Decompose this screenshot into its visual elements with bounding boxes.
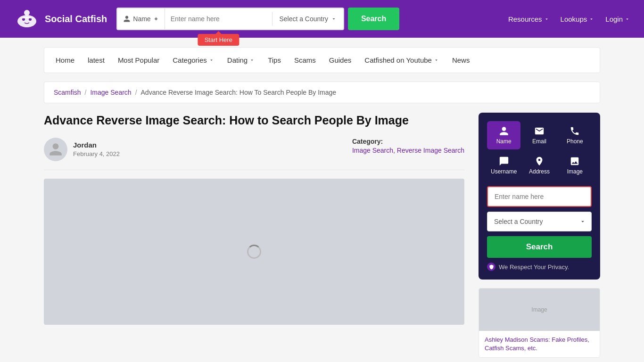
person-tab-icon xyxy=(499,126,509,136)
header-search-bar: Name Select a Country xyxy=(116,8,344,30)
author-avatar xyxy=(44,138,67,161)
sidebar-name-input[interactable] xyxy=(487,186,592,207)
sidebar-tab-email[interactable]: Email xyxy=(522,121,556,149)
search-type-selector[interactable]: Name xyxy=(117,8,165,29)
sidebar-tab-image[interactable]: Image xyxy=(558,151,592,180)
country-placeholder: Select a Country xyxy=(279,15,328,23)
nav-latest[interactable]: latest xyxy=(81,48,111,73)
nav-dating[interactable]: Dating xyxy=(221,48,261,73)
related-article-title: Ashley Madison Scams: Fake Profiles, Cat… xyxy=(479,331,600,357)
secondary-nav: Home latest Most Popular Categories Dati… xyxy=(44,47,600,73)
nav-tips[interactable]: Tips xyxy=(261,48,288,73)
breadcrumb-separator-2: / xyxy=(135,89,137,96)
svg-point-3 xyxy=(24,10,30,16)
logo[interactable]: Social Catfish xyxy=(14,7,107,31)
chevron-down-icon xyxy=(589,16,594,22)
sidebar-country-select-wrapper: Select a Country xyxy=(487,212,592,231)
breadcrumb-scamfish[interactable]: Scamfish xyxy=(54,89,81,96)
author-info: Jordan February 4, 2022 xyxy=(44,138,120,161)
sidebar-tabs-row-1: Name Email Phone xyxy=(487,121,592,149)
sidebar-tab-username[interactable]: Username xyxy=(487,151,520,180)
breadcrumb: Scamfish / Image Search / Advance Revers… xyxy=(44,82,600,103)
nav-most-popular[interactable]: Most Popular xyxy=(111,48,166,73)
sidebar-tabs-row-2: Username Address Image xyxy=(487,151,592,180)
sidebar-search-widget: Name Email Phone Username xyxy=(479,113,600,280)
chevron-down-icon xyxy=(434,58,439,63)
nav-categories[interactable]: Categories xyxy=(166,48,221,73)
sidebar-tab-address[interactable]: Address xyxy=(522,151,556,180)
sort-arrows-icon xyxy=(153,15,159,23)
nav-news[interactable]: News xyxy=(446,48,477,73)
country-selector[interactable]: Select a Country xyxy=(272,15,343,23)
category-label: Category: xyxy=(352,138,464,145)
nav-catfished-youtube[interactable]: Catfished on Youtube xyxy=(358,48,446,73)
author-date: February 4, 2022 xyxy=(73,150,120,157)
sidebar-search-button[interactable]: Search xyxy=(487,236,592,258)
shield-icon xyxy=(487,263,495,271)
author-name: Jordan xyxy=(73,141,120,149)
person-icon xyxy=(123,15,131,23)
sidebar-country-select[interactable]: Select a Country xyxy=(487,212,592,231)
breadcrumb-separator-1: / xyxy=(85,89,87,96)
sidebar: Name Email Phone Username xyxy=(479,113,600,358)
user-avatar-icon xyxy=(48,142,63,157)
search-type-label: Name xyxy=(133,15,150,23)
breadcrumb-image-search[interactable]: Image Search xyxy=(90,89,131,96)
header-search-button[interactable]: Search xyxy=(348,8,399,30)
chevron-down-icon xyxy=(249,58,255,63)
article-image xyxy=(44,179,464,325)
lookups-nav-item[interactable]: Lookups xyxy=(561,15,594,23)
site-name: Social Catfish xyxy=(45,14,107,24)
svg-point-0 xyxy=(17,15,36,27)
related-article-image: Image xyxy=(479,288,600,331)
login-nav-item[interactable]: Login xyxy=(605,15,630,23)
article-content: Advance Reverse Image Search: How to Sea… xyxy=(44,113,464,358)
category-info: Category: Image Search, Reverse Image Se… xyxy=(352,138,464,154)
chevron-down-icon xyxy=(625,16,630,22)
start-here-tooltip: Start Here xyxy=(198,34,239,46)
article-title: Advance Reverse Image Search: How to Sea… xyxy=(44,113,464,128)
chevron-down-icon xyxy=(544,16,549,22)
image-tab-icon xyxy=(570,156,580,166)
sidebar-tab-phone[interactable]: Phone xyxy=(558,121,592,149)
logo-icon xyxy=(14,7,40,31)
location-tab-icon xyxy=(534,156,545,166)
loading-spinner xyxy=(247,245,261,259)
nav-guides[interactable]: Guides xyxy=(322,48,358,73)
breadcrumb-current: Advance Reverse Image Search: How To Sea… xyxy=(141,89,337,96)
chevron-down-icon xyxy=(209,58,214,63)
nav-scams[interactable]: Scams xyxy=(288,48,322,73)
article-meta: Jordan February 4, 2022 Category: Image … xyxy=(44,138,464,170)
search-name-input[interactable] xyxy=(165,8,272,29)
phone-tab-icon xyxy=(570,126,580,136)
chat-tab-icon xyxy=(499,156,509,166)
nav-home[interactable]: Home xyxy=(49,48,81,73)
chevron-down-icon xyxy=(331,16,337,22)
email-tab-icon xyxy=(534,126,545,136)
resources-nav-item[interactable]: Resources xyxy=(508,15,549,23)
sidebar-tab-name[interactable]: Name xyxy=(487,121,520,149)
privacy-note: We Respect Your Privacy. xyxy=(487,263,592,271)
sidebar-related-article[interactable]: Image Ashley Madison Scams: Fake Profile… xyxy=(479,288,600,358)
header-nav: Resources Lookups Login xyxy=(508,15,630,23)
category-links[interactable]: Image Search, Reverse Image Search xyxy=(352,147,464,154)
